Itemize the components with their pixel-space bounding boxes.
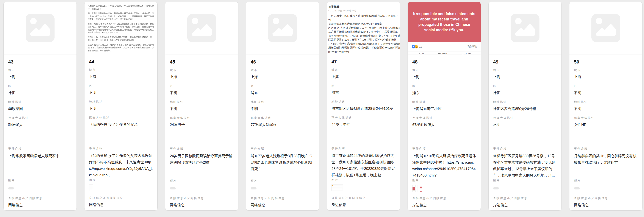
image-thumb-row [412, 185, 476, 194]
share-action-button[interactable]: 分享 [461, 53, 471, 54]
field-district-value: 浦东 [332, 90, 395, 95]
field-source-label: 直接信息还是间接信息 [170, 196, 234, 200]
weibo-mention-links[interactable]: 海发布 @News上海 @上海12345 @上海市市民信箱 @上海市志愿者协会 [328, 54, 400, 54]
field-deceased-value: 《我的爸爸 没了》作者的父亲 [89, 122, 153, 127]
image-thumbnail[interactable] [420, 185, 423, 192]
facebook-post-text: irresponsible and false statements about… [408, 2, 481, 42]
field-address: 地址描述 上海浦东寿二小区 [412, 100, 476, 116]
document-screenshot[interactable]: 人都没有这样的机会。一个病人需要几十个人的同时帮助和关怀才有可能获得一丝的机会！… [84, 2, 157, 54]
field-address: 地址描述 不明 [170, 100, 234, 116]
field-source: 直接信息还是间接信息 身边信息 [493, 196, 557, 208]
case-card[interactable]: irresponsible and false statements about… [408, 2, 481, 211]
card-media[interactable] [4, 2, 76, 54]
case-number: 44 [89, 59, 153, 65]
card-body: 47 城市 上海 区 浦东 地址描述 浦东新区唐镇创新西路28弄24号101室 … [327, 54, 400, 210]
field-district-value: 不明 [89, 90, 153, 95]
field-source: 直接信息还是间接信息 网络信息 [8, 196, 72, 208]
image-thumbnail[interactable] [417, 185, 418, 192]
field-district: 区 不明 [574, 84, 638, 100]
field-event-label: 事件介绍 [574, 147, 638, 151]
field-deceased-value: 44岁，男性 [332, 122, 395, 127]
comments-count[interactable]: 7条评论 [468, 45, 477, 48]
empty-image-pill [170, 187, 176, 190]
field-source: 直接信息还是间接信息 网络信息 [574, 196, 638, 208]
field-address-value: 不明 [89, 106, 153, 111]
case-number: 47 [332, 59, 395, 65]
case-number: 45 [170, 59, 234, 65]
image-thumbnail[interactable] [412, 185, 416, 192]
field-deceased: 死者大体描述 《我的爸爸 没了》作者的父亲 [89, 116, 153, 146]
field-source: 直接信息还是间接信息 网络信息 [170, 196, 234, 208]
field-image-label: 图片 [89, 178, 153, 182]
field-city-value: 上海 [332, 74, 395, 79]
field-event-value: 浦东77岁老人沈瑞根于3月28日晚在ICU病房因长期末肾透析造成的心肌衰竭而死亡 [251, 153, 314, 172]
field-city-label: 城市 [170, 68, 234, 72]
image-thumbnail[interactable] [332, 185, 343, 191]
case-card[interactable]: 45 城市 上海 区 不明 地址描述 不明 死者大体描述 24岁男子 事件介绍 … [165, 2, 238, 211]
weibo-post-screenshot[interactable]: 茶香禅静4-2 02:31 来自 iPhone客户端一名志愿者，昨日我投入路浦西… [327, 2, 400, 54]
field-image: 图片 [170, 179, 234, 196]
field-deceased: 死者大体描述 67岁血透病人 [412, 116, 476, 147]
field-district: 区 浦东 [332, 84, 395, 100]
image-thumbnail[interactable] [89, 185, 93, 191]
case-card[interactable]: 茶香禅静4-2 02:31 来自 iPhone客户端一名志愿者，昨日我投入路浦西… [327, 2, 400, 211]
field-city-label: 城市 [89, 68, 153, 72]
field-deceased-label: 死者大体描述 [251, 116, 314, 120]
field-event-value: 24岁男子因核酸而延误治疗而猝死于浦东医院（微博@红茶260） [170, 153, 234, 166]
field-city: 城市 上海 [89, 68, 153, 84]
field-deceased-label: 死者大体描述 [574, 116, 638, 120]
field-address-value: 不明 [251, 106, 314, 112]
field-address-value: 华欣家园 [8, 106, 72, 112]
card-media[interactable] [570, 2, 642, 54]
comment-icon [438, 53, 441, 54]
field-event-value: 上海浦东*血透病人延误治疗致死且遗体滞留家中约30小时！ https://sha… [412, 153, 476, 179]
weibo-body-line: 愿相关部门能帮忙处理好后续问题，并做好两位老人的心理疏导，给予 [328, 46, 400, 50]
card-media[interactable] [246, 2, 319, 54]
field-address-label: 地址描述 [574, 100, 638, 104]
field-source: 直接信息还是间接信息 身边信息 [332, 196, 395, 208]
field-district-label: 区 [251, 84, 314, 88]
field-district-value: 不明 [170, 90, 234, 96]
weibo-body-line: 是等待领导批示。3月30日因为病情引起心衰，4月1日上午呼吸不畅， [328, 34, 400, 38]
share-action-button-label: 分享 [465, 53, 471, 54]
field-address: 地址描述 徐汇区罗秀路850弄26号楼 [493, 100, 557, 116]
field-deceased-label: 死者大体描述 [170, 116, 234, 120]
like-action-button[interactable]: 赞 [418, 53, 424, 54]
field-event: 事件介绍 浦东77岁老人沈瑞根于3月28日晚在ICU病房因长期末肾透析造成的心肌… [251, 147, 314, 179]
field-source-value: 网络信息 [89, 202, 153, 208]
facebook-action-row: 赞评论分享 [408, 51, 481, 54]
field-event: 事件介绍 上海华欣家园独居老人饿死家中 [8, 147, 72, 179]
case-card[interactable]: 49 城市 上海 区 徐汇 地址描述 徐汇区罗秀路850弄26号楼 死者大体描述… [488, 2, 562, 211]
field-deceased-value: 女性HR [574, 122, 638, 127]
field-city-value: 上海 [89, 74, 153, 79]
comment-action-button[interactable]: 评论 [438, 53, 448, 54]
case-card[interactable]: 46 城市 上海 区 浦东 地址描述 不明 死者大体描述 77岁老人沈瑞根 事件… [246, 2, 319, 211]
case-card[interactable]: 50 城市 上海 区 不明 地址描述 不明 死者大体描述 女性HR 事件介绍 丹… [569, 2, 642, 211]
case-card[interactable]: 人都没有这样的机会。一个病人需要几十个人的同时帮助和关怀才有可能获得一丝的机会！… [84, 2, 158, 211]
image-placeholder-icon [510, 14, 540, 42]
case-card[interactable]: 43 城市 上海 区 徐汇 地址描述 华欣家园 死者大体描述 独居老人 事件介绍… [4, 2, 77, 211]
field-district: 区 徐汇 [8, 84, 72, 100]
field-event-label: 事件介绍 [8, 147, 72, 151]
field-city-label: 城市 [251, 68, 314, 72]
field-city: 城市 上海 [332, 68, 395, 84]
case-number: 50 [574, 59, 638, 65]
document-paragraph: 医院方也出于人道主义，让妈妈下楼来，但不能穿过隔离线，我们只能“隔线”相望，我们… [88, 43, 154, 52]
document-paragraph: 我四处求助，在我的物业及亲戚的帮助下得到一张非常宝贵的通行证，整个街区就只有三张… [88, 36, 154, 42]
field-district-value: 徐汇 [8, 90, 72, 96]
field-city-value: 上海 [493, 74, 557, 80]
field-deceased-value: 67岁血透病人 [412, 122, 476, 127]
field-image-label: 图片 [8, 179, 72, 182]
field-image-label: 图片 [170, 179, 234, 182]
field-deceased-label: 死者大体描述 [332, 116, 395, 120]
card-grid: 43 城市 上海 区 徐汇 地址描述 华欣家园 死者大体描述 独居老人 事件介绍… [0, 0, 644, 211]
field-event-label: 事件介绍 [493, 147, 557, 151]
card-media[interactable] [165, 2, 238, 54]
document-paragraph: 然而，4月3日被告知爸爸不得不进行高位截肢，由于下肢动脉硬化，整条腿要截去，我作… [88, 23, 154, 34]
card-media[interactable] [488, 2, 562, 54]
field-image: 图片 [89, 178, 153, 196]
field-source-label: 直接信息还是间接信息 [412, 196, 476, 200]
facebook-post-screenshot[interactable]: irresponsible and false statements about… [408, 2, 481, 54]
field-deceased-label: 死者大体描述 [493, 116, 557, 120]
field-image-label: 图片 [412, 179, 476, 182]
